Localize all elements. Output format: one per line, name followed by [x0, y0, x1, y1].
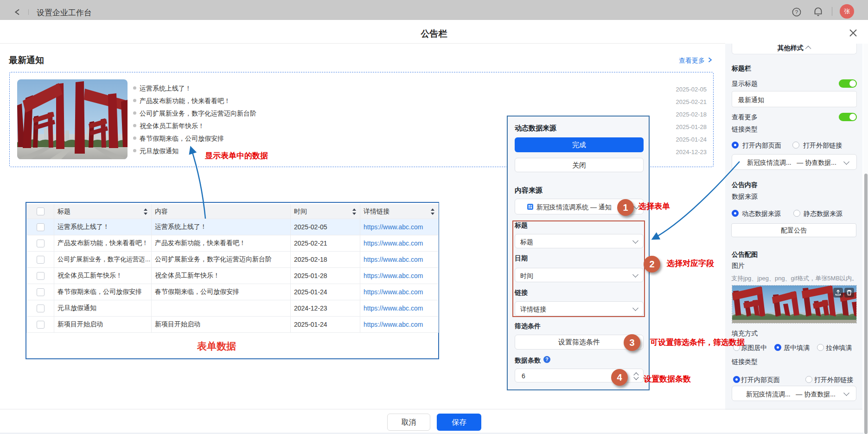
svg-text:?: ? [545, 356, 548, 362]
svg-text:?: ? [795, 9, 798, 15]
